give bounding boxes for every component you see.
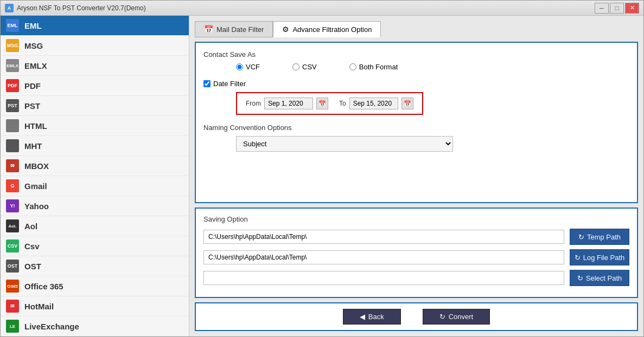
from-date-input[interactable] [264, 98, 313, 109]
window-title: Aryson NSF To PST Converter V20.7(Demo) [17, 4, 146, 12]
icon-html [6, 119, 19, 132]
sidebar-item-pdf[interactable]: PDF PDF [1, 76, 189, 96]
sidebar-item-mht[interactable]: MHT [1, 136, 189, 156]
sidebar-item-msg[interactable]: MSG MSG [1, 36, 189, 56]
sidebar-item-liveexchange[interactable]: LE LiveExchange [1, 316, 189, 336]
tab-mail-date-filter[interactable]: 📅 Mail Date Filter [195, 21, 273, 37]
convert-button[interactable]: ↻ Convert [423, 309, 490, 325]
sidebar-item-hotmail[interactable]: ✉ HotMail [1, 296, 189, 316]
icon-office365: O365 [6, 280, 19, 293]
label-office365: Office 365 [24, 282, 63, 291]
contact-save-as-title: Contact Save As [203, 50, 629, 59]
label-yahoo: Yahoo [24, 202, 49, 211]
sidebar-item-emlx[interactable]: EMLX EMLX [1, 56, 189, 76]
label-gmail: Gmail [24, 182, 47, 191]
minimize-button[interactable]: ─ [595, 3, 609, 14]
sidebar-item-gmail[interactable]: G Gmail [1, 176, 189, 196]
radio-csv-input[interactable] [292, 63, 299, 70]
icon-pdf: PDF [6, 79, 19, 92]
tab-mail-date-label: Mail Date Filter [216, 25, 264, 34]
app-icon: A [5, 4, 14, 12]
folder-icon: ↻ [577, 274, 583, 282]
radio-vcf-input[interactable] [236, 63, 243, 70]
naming-convention-select[interactable]: Subject Date From To [236, 136, 453, 152]
sidebar-item-html[interactable]: HTML [1, 116, 189, 136]
gear-icon: ⚙ [282, 25, 289, 34]
window-controls: ─ □ ✕ [595, 3, 639, 14]
back-label: Back [368, 313, 384, 321]
temp-path-row: ↻ Temp Path [203, 229, 629, 245]
icon-gmail: G [6, 179, 19, 192]
select-path-input[interactable] [203, 271, 564, 285]
main-window: A Aryson NSF To PST Converter V20.7(Demo… [0, 0, 644, 337]
radio-vcf[interactable]: VCF [236, 63, 260, 71]
tab-advance-filtration[interactable]: ⚙ Advance Filtration Option [273, 21, 381, 37]
to-calendar-button[interactable]: 📅 [401, 98, 413, 109]
date-range-box: From 📅 To 📅 [236, 92, 423, 115]
date-filter-section: Date Filter From 📅 To 📅 [203, 80, 629, 115]
label-ost: OST [24, 262, 41, 271]
sidebar-item-csv[interactable]: CSV Csv [1, 236, 189, 256]
log-file-input[interactable] [203, 250, 564, 264]
label-liveexchange: LiveExchange [24, 322, 79, 331]
sidebar-item-ost[interactable]: OST OST [1, 256, 189, 276]
date-filter-checkbox[interactable] [203, 80, 211, 87]
radio-vcf-label: VCF [246, 63, 260, 71]
radio-both-label: Both Format [359, 63, 398, 71]
temp-path-input[interactable] [203, 230, 564, 244]
right-panel: 📅 Mail Date Filter ⚙ Advance Filtration … [189, 16, 643, 336]
icon-ost: OST [6, 260, 19, 273]
icon-hotmail: ✉ [6, 300, 19, 313]
log-file-row: ↻ Log File Path [203, 249, 629, 265]
label-aol: Aol [24, 222, 37, 231]
refresh-icon: ↻ [578, 233, 584, 241]
icon-eml: EML [6, 19, 19, 32]
temp-path-button[interactable]: ↻ Temp Path [570, 229, 629, 245]
sidebar-item-aol[interactable]: Aol. Aol [1, 216, 189, 236]
sidebar-item-pst[interactable]: PST PST [1, 96, 189, 116]
calendar-icon: 📅 [204, 25, 213, 34]
icon-yahoo: Y! [6, 199, 19, 212]
radio-both-input[interactable] [349, 63, 356, 70]
icon-aol: Aol. [6, 219, 19, 232]
close-button[interactable]: ✕ [625, 3, 639, 14]
tab-bar: 📅 Mail Date Filter ⚙ Advance Filtration … [195, 21, 638, 37]
from-calendar-button[interactable]: 📅 [316, 98, 328, 109]
icon-mbox: ✉ [6, 159, 19, 172]
radio-both-format[interactable]: Both Format [349, 63, 398, 71]
contact-save-as-section: Contact Save As VCF CSV Both Format [203, 50, 629, 71]
icon-mht [6, 139, 19, 152]
sidebar-item-yahoo[interactable]: Y! Yahoo [1, 196, 189, 216]
sidebar-item-eml[interactable]: EML EML [1, 16, 189, 36]
label-pst: PST [24, 101, 40, 111]
back-icon: ◀ [360, 313, 365, 321]
maximize-button[interactable]: □ [610, 3, 624, 14]
to-date-input[interactable] [349, 98, 398, 109]
bottom-bar: ◀ Back ↻ Convert [195, 302, 638, 331]
icon-liveexchange: LE [6, 320, 19, 333]
log-file-label: Log File Path [583, 254, 625, 262]
back-button[interactable]: ◀ Back [343, 309, 401, 325]
sidebar-item-mbox[interactable]: ✉ MBOX [1, 156, 189, 176]
log-icon: ↻ [575, 254, 581, 262]
convert-label: Convert [449, 313, 474, 321]
radio-csv[interactable]: CSV [292, 63, 317, 71]
icon-csv: CSV [6, 239, 19, 252]
sidebar: EML EML MSG MSG EMLX EMLX PDF PDF PST PS… [1, 16, 189, 336]
contact-save-as-options: VCF CSV Both Format [203, 63, 629, 71]
title-bar-left: A Aryson NSF To PST Converter V20.7(Demo… [5, 4, 146, 12]
icon-msg: MSG [6, 39, 19, 52]
from-label: From [246, 100, 261, 107]
sidebar-item-office365[interactable]: O365 Office 365 [1, 276, 189, 296]
select-path-row: ↻ Select Path [203, 270, 629, 286]
label-eml: EML [24, 21, 42, 30]
date-filter-header: Date Filter [203, 80, 629, 88]
icon-pst: PST [6, 99, 19, 112]
naming-convention-title: Naming Convention Options [203, 124, 629, 132]
radio-csv-label: CSV [302, 63, 317, 71]
label-hotmail: HotMail [24, 302, 54, 311]
log-file-button[interactable]: ↻ Log File Path [570, 249, 629, 265]
naming-convention-section: Naming Convention Options Subject Date F… [203, 124, 629, 152]
to-label: To [339, 100, 346, 107]
select-path-button[interactable]: ↻ Select Path [570, 270, 629, 286]
